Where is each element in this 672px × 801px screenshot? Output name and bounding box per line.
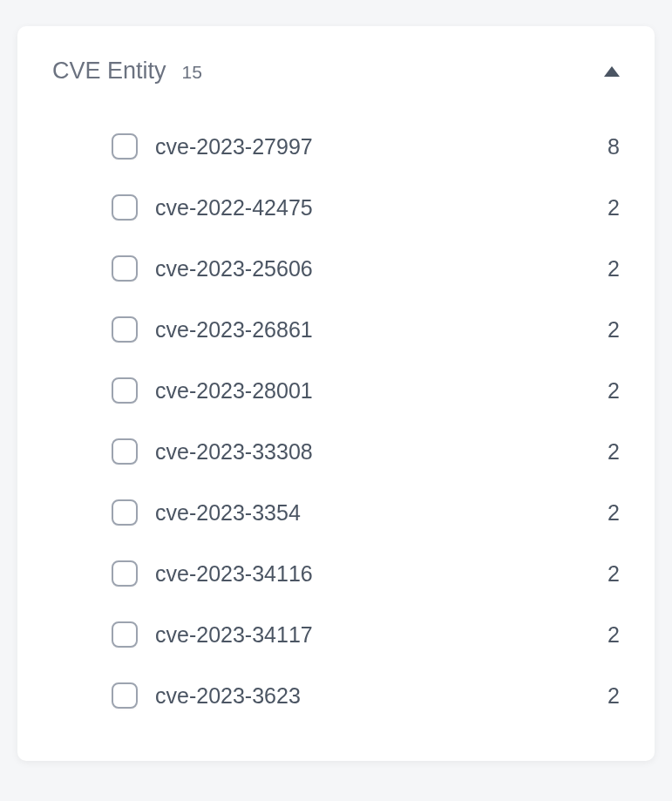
item-count: 2 [602, 195, 620, 221]
item-count: 2 [602, 378, 620, 404]
checkbox[interactable] [112, 255, 138, 282]
panel-header[interactable]: CVE Entity 15 [52, 58, 620, 85]
checkbox[interactable] [112, 316, 138, 343]
item-count: 2 [602, 683, 620, 709]
item-label: cve-2022-42475 [155, 195, 602, 221]
list-item[interactable]: cve-2023-341162 [52, 543, 620, 604]
item-label: cve-2023-26861 [155, 317, 602, 343]
item-label: cve-2023-33308 [155, 439, 602, 465]
item-count: 2 [602, 622, 620, 648]
list-item[interactable]: cve-2023-279978 [52, 116, 620, 177]
item-count: 2 [602, 500, 620, 526]
list-item[interactable]: cve-2023-280012 [52, 360, 620, 421]
checkbox[interactable] [112, 499, 138, 526]
item-label: cve-2023-3623 [155, 683, 602, 709]
checkbox[interactable] [112, 682, 138, 709]
checkbox[interactable] [112, 438, 138, 465]
item-count: 8 [602, 134, 620, 160]
item-label: cve-2023-3354 [155, 500, 602, 526]
list-item[interactable]: cve-2022-424752 [52, 177, 620, 238]
cve-item-list: cve-2023-279978cve-2022-424752cve-2023-2… [52, 116, 620, 726]
list-item[interactable]: cve-2023-36232 [52, 665, 620, 726]
panel-header-left: CVE Entity 15 [52, 58, 202, 85]
item-count: 2 [602, 439, 620, 465]
list-item[interactable]: cve-2023-33542 [52, 482, 620, 543]
list-item[interactable]: cve-2023-333082 [52, 421, 620, 482]
list-item[interactable]: cve-2023-341172 [52, 604, 620, 665]
list-item[interactable]: cve-2023-268612 [52, 299, 620, 360]
checkbox[interactable] [112, 377, 138, 404]
list-item[interactable]: cve-2023-256062 [52, 238, 620, 299]
checkbox[interactable] [112, 621, 138, 648]
item-label: cve-2023-34117 [155, 622, 602, 648]
cve-entity-panel: CVE Entity 15 cve-2023-279978cve-2022-42… [17, 26, 655, 761]
checkbox[interactable] [112, 560, 138, 587]
item-count: 2 [602, 317, 620, 343]
item-label: cve-2023-25606 [155, 256, 602, 282]
item-label: cve-2023-27997 [155, 134, 602, 160]
item-count: 2 [602, 561, 620, 587]
panel-total-count: 15 [182, 62, 202, 83]
item-label: cve-2023-28001 [155, 378, 602, 404]
checkbox[interactable] [112, 133, 138, 160]
checkbox[interactable] [112, 194, 138, 221]
panel-title: CVE Entity [52, 58, 166, 85]
item-label: cve-2023-34116 [155, 561, 602, 587]
item-count: 2 [602, 256, 620, 282]
chevron-up-icon[interactable] [604, 66, 620, 77]
